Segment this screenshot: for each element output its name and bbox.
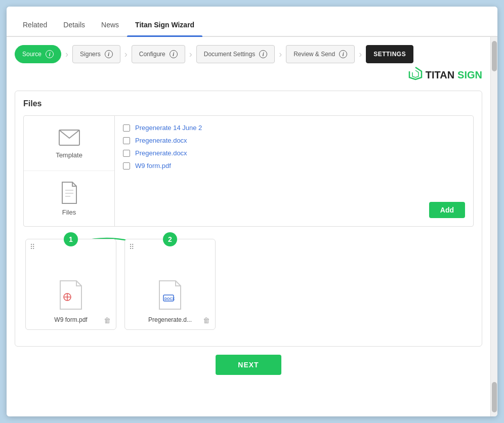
doc-card-0: 1 ⠿ bbox=[25, 239, 116, 330]
doc-card-1: 2 ⠿ DOCX Pregene bbox=[124, 239, 216, 330]
doc-card-number-1: 2 bbox=[163, 232, 177, 246]
svg-text:DOCX: DOCX bbox=[164, 297, 175, 301]
drag-handle-0[interactable]: ⠿ bbox=[30, 243, 35, 250]
file-checkbox-0[interactable] bbox=[123, 124, 130, 132]
step-document-settings[interactable]: Document Settings i bbox=[196, 45, 275, 63]
tab-details[interactable]: Details bbox=[55, 12, 93, 36]
files-icon bbox=[60, 181, 78, 204]
template-icon bbox=[58, 128, 80, 147]
step-settings[interactable]: SETTINGS bbox=[366, 45, 413, 63]
step-signers-label: Signers bbox=[80, 51, 101, 58]
step-sep-1: › bbox=[65, 49, 68, 60]
file-checkbox-1[interactable] bbox=[123, 137, 130, 144]
doc-card-number-0: 1 bbox=[64, 232, 78, 246]
step-sep-4: › bbox=[279, 49, 282, 60]
step-settings-label: SETTINGS bbox=[373, 51, 406, 58]
drag-handle-1[interactable]: ⠿ bbox=[129, 243, 135, 250]
delete-icon-0[interactable]: 🗑 bbox=[104, 316, 111, 324]
scroll-area: Source i › Signers i › Configure i › Doc… bbox=[7, 37, 490, 416]
titan-logo-text: TITAN bbox=[426, 69, 454, 81]
file-name-2[interactable]: Pregenerate.docx bbox=[135, 149, 187, 157]
next-button[interactable]: NEXT bbox=[216, 355, 281, 375]
tab-bar: Related Details News Titan Sign Wizard bbox=[7, 7, 497, 37]
scrollbar-thumb-bottom[interactable] bbox=[492, 382, 497, 412]
step-review-info[interactable]: i bbox=[339, 50, 347, 58]
doc-card-name-0: W9 form.pdf bbox=[54, 316, 87, 323]
doc-cards: 1 ⠿ bbox=[23, 231, 474, 338]
files-panel: Files Template bbox=[15, 91, 482, 347]
pdf-icon-0 bbox=[58, 280, 83, 312]
file-name-1[interactable]: Pregenerate.docx bbox=[135, 137, 187, 144]
step-sep-5: › bbox=[359, 49, 362, 60]
doc-card-name-row-0: W9 form.pdf 🗑 bbox=[54, 316, 87, 323]
doc-card-name-1: Pregenerate.d... bbox=[148, 316, 192, 323]
add-button[interactable]: Add bbox=[429, 202, 465, 218]
delete-icon-1[interactable]: 🗑 bbox=[203, 316, 210, 324]
files-list: Pregenerate 14 June 2 Pregenerate.docx P… bbox=[115, 116, 473, 226]
list-item: W9 form.pdf bbox=[123, 162, 465, 170]
file-checkbox-3[interactable] bbox=[123, 162, 130, 170]
step-review-send[interactable]: Review & Send i bbox=[286, 45, 355, 63]
step-signers-info[interactable]: i bbox=[105, 50, 113, 58]
titan-logo-sign: SIGN bbox=[457, 69, 482, 81]
titan-logo: TITAN SIGN bbox=[408, 66, 482, 83]
files-sidebar: Template Files bbox=[24, 116, 115, 226]
tab-titan-sign-wizard[interactable]: Titan Sign Wizard bbox=[127, 12, 202, 36]
wizard-steps-row: Source i › Signers i › Configure i › Doc… bbox=[15, 45, 482, 83]
sidebar-item-template[interactable]: Template bbox=[24, 116, 114, 171]
step-source-label: Source bbox=[22, 51, 41, 58]
scrollbar[interactable] bbox=[490, 37, 497, 416]
titan-logo-icon bbox=[408, 66, 423, 83]
step-sep-3: › bbox=[189, 49, 192, 60]
step-doc-settings-label: Document Settings bbox=[204, 51, 255, 58]
next-button-container: NEXT bbox=[15, 355, 482, 375]
step-configure-info[interactable]: i bbox=[170, 50, 178, 58]
step-doc-settings-info[interactable]: i bbox=[259, 50, 267, 58]
step-signers[interactable]: Signers i bbox=[72, 45, 120, 63]
sidebar-item-files[interactable]: Files bbox=[24, 171, 114, 226]
list-item: Pregenerate 14 June 2 bbox=[123, 124, 465, 132]
file-name-3[interactable]: W9 form.pdf bbox=[135, 162, 171, 170]
scrollbar-thumb-top[interactable] bbox=[492, 41, 497, 71]
step-configure-label: Configure bbox=[139, 51, 165, 58]
doc-card-name-row-1: Pregenerate.d... 🗑 bbox=[148, 316, 192, 323]
step-configure[interactable]: Configure i bbox=[132, 45, 185, 63]
step-review-label: Review & Send bbox=[293, 51, 335, 58]
file-checkbox-2[interactable] bbox=[123, 150, 130, 157]
list-item: Pregenerate.docx bbox=[123, 149, 465, 157]
list-item: Pregenerate.docx bbox=[123, 137, 465, 144]
doc-cards-container: 1 ⠿ bbox=[23, 231, 474, 338]
step-source-info[interactable]: i bbox=[46, 50, 54, 58]
docx-icon-1: DOCX bbox=[157, 280, 183, 312]
tab-news[interactable]: News bbox=[93, 12, 127, 36]
tab-related[interactable]: Related bbox=[15, 12, 55, 36]
sidebar-template-label: Template bbox=[56, 151, 82, 159]
sidebar-files-label: Files bbox=[62, 208, 76, 216]
files-inner: Template Files bbox=[23, 115, 474, 227]
step-source[interactable]: Source i bbox=[15, 45, 61, 63]
file-name-0[interactable]: Pregenerate 14 June 2 bbox=[135, 124, 202, 132]
files-title: Files bbox=[23, 99, 474, 108]
step-sep-2: › bbox=[124, 49, 128, 60]
